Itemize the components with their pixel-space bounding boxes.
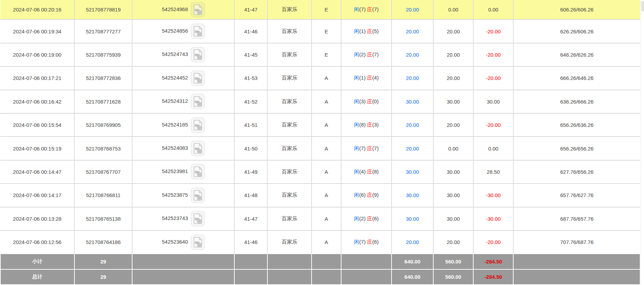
bet-id-cell: 521708771628	[74, 90, 132, 113]
round-cell: 41-50	[234, 137, 267, 160]
game-id-value: 542524083	[162, 145, 188, 151]
win-loss-cell: -30.00	[473, 207, 513, 230]
video-replay-button[interactable]	[191, 188, 205, 203]
player-label: 闲	[354, 75, 359, 81]
video-replay-button[interactable]	[191, 164, 205, 179]
bet-id-cell: 521708777277	[74, 19, 132, 43]
player-label: 闲	[354, 98, 359, 104]
valid-amount-cell: 20.00	[433, 19, 473, 43]
summary-win-loss-cell: -284.50	[473, 269, 513, 285]
round-cell: 41-45	[234, 43, 267, 66]
banker-label: 庄	[367, 215, 372, 221]
time-cell: 2024-07-06 00:12:56	[0, 230, 74, 254]
summary-win-loss-cell: -284.50	[473, 254, 513, 269]
video-replay-button[interactable]	[191, 117, 205, 133]
mode-cell: A	[312, 230, 341, 254]
valid-amount-cell: 20.00	[433, 66, 473, 90]
game-type-cell: 百家乐	[267, 0, 312, 19]
vertical-scrollbar[interactable]	[641, 0, 644, 285]
result-cell: 闲(1) 庄(4)	[341, 66, 392, 90]
video-replay-button[interactable]	[191, 47, 205, 62]
video-file-icon	[193, 143, 202, 154]
round-cell: 41-46	[234, 230, 267, 254]
video-replay-button[interactable]	[191, 235, 205, 250]
bet-id-cell: 521708769905	[74, 113, 132, 137]
game-id-cell: 542523743	[132, 207, 234, 230]
game-type-cell: 百家乐	[267, 19, 312, 43]
video-file-icon	[193, 213, 202, 224]
game-id-value: 542523981	[162, 168, 188, 174]
summary-valid-total-cell: 560.00	[433, 254, 473, 269]
table-row[interactable]: 2024-07-06 00:20:16521708778819542524968…	[0, 0, 640, 19]
game-id-value: 542524185	[162, 122, 188, 128]
scrollbar-thumb[interactable]	[641, 1, 644, 11]
round-cell: 41-51	[234, 113, 267, 137]
result-cell: 闲(7) 庄(7)	[341, 0, 392, 19]
summary-label-cell: 总计	[0, 269, 74, 285]
balance-cell: 687.76/657.76	[513, 207, 640, 230]
video-replay-button[interactable]	[191, 24, 205, 39]
mode-cell: A	[312, 66, 341, 90]
win-loss-cell: -20.00	[473, 113, 513, 137]
table-row[interactable]: 2024-07-06 00:15:54521708769905542524185…	[0, 113, 640, 137]
player-label: 闲	[354, 169, 359, 174]
video-file-icon	[193, 26, 202, 36]
win-loss-cell: 30.00	[473, 90, 513, 113]
game-type-cell: 百家乐	[267, 43, 312, 66]
summary-valid-total-cell: 560.00	[433, 269, 473, 285]
video-replay-button[interactable]	[191, 71, 205, 86]
time-cell: 2024-07-06 00:14:17	[0, 184, 74, 207]
win-loss-cell: 28.50	[473, 160, 513, 184]
bet-amount-cell: 20.00	[392, 230, 433, 254]
round-cell: 41-47	[234, 0, 267, 19]
time-cell: 2024-07-06 00:17:21	[0, 66, 74, 90]
player-label: 闲	[354, 28, 359, 34]
game-type-cell: 百家乐	[267, 207, 312, 230]
video-replay-button[interactable]	[191, 141, 205, 156]
game-id-cell: 542524856	[132, 19, 234, 43]
bet-history-table: 2024-07-06 00:20:16521708778819542524968…	[0, 0, 641, 285]
win-loss-cell: 0.00	[473, 0, 513, 19]
video-file-icon	[193, 5, 202, 15]
bet-amount-cell: 30.00	[392, 184, 433, 207]
bet-id-cell: 521708766811	[74, 184, 132, 207]
time-cell: 2024-07-06 00:16:42	[0, 90, 74, 113]
balance-cell: 707.76/687.76	[513, 230, 640, 254]
table-row[interactable]: 2024-07-06 00:14:47521708767707542523981…	[0, 160, 640, 184]
summary-label-cell: 小计	[0, 254, 74, 269]
video-replay-button[interactable]	[191, 211, 205, 226]
win-loss-cell: 0.00	[473, 137, 513, 160]
total-row: 总计29640.00560.00-284.50	[0, 269, 640, 285]
video-replay-button[interactable]	[191, 94, 205, 109]
table-row[interactable]: 2024-07-06 00:17:21521708772836542524452…	[0, 66, 640, 90]
result-cell: 闲(8) 庄(3)	[341, 113, 392, 137]
game-id-cell: 542524185	[132, 113, 234, 137]
table-row[interactable]: 2024-07-06 00:14:17521708766811542523875…	[0, 184, 640, 207]
banker-label: 庄	[367, 192, 372, 198]
table-row[interactable]: 2024-07-06 00:19:00521708775939542524743…	[0, 43, 640, 66]
table-row[interactable]: 2024-07-06 00:19:34521708777277542524856…	[0, 19, 640, 43]
game-id-value: 542524452	[162, 75, 188, 81]
balance-cell: 657.76/627.76	[513, 184, 640, 207]
time-cell: 2024-07-06 00:14:47	[0, 160, 74, 184]
balance-cell: 636.26/666.26	[513, 90, 640, 113]
game-id-cell: 542524452	[132, 66, 234, 90]
valid-amount-cell: 20.00	[433, 43, 473, 66]
player-label: 闲	[354, 215, 359, 221]
mode-cell: E	[312, 19, 341, 43]
mode-cell: A	[312, 137, 341, 160]
time-cell: 2024-07-06 00:13:28	[0, 207, 74, 230]
banker-label: 庄	[367, 122, 372, 128]
banker-label: 庄	[367, 98, 372, 104]
video-file-icon	[193, 166, 202, 177]
valid-amount-cell: 0.00	[433, 0, 473, 19]
table-row[interactable]: 2024-07-06 00:13:28521708765138542523743…	[0, 207, 640, 230]
table-row[interactable]: 2024-07-06 00:15:19521708768753542524083…	[0, 137, 640, 160]
game-id-value: 542524312	[162, 98, 188, 104]
table-row[interactable]: 2024-07-06 00:12:56521708764186542523640…	[0, 230, 640, 254]
mode-cell: E	[312, 43, 341, 66]
video-replay-button[interactable]	[191, 2, 205, 17]
valid-amount-cell: 20.00	[433, 230, 473, 254]
table-row[interactable]: 2024-07-06 00:16:42521708771628542524312…	[0, 90, 640, 113]
game-type-cell: 百家乐	[267, 113, 312, 137]
